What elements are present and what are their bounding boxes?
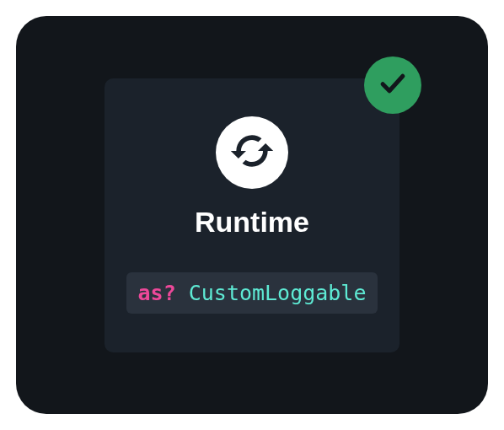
sync-icon [228, 127, 276, 178]
code-type: CustomLoggable [189, 281, 367, 305]
code-space [176, 281, 189, 305]
runtime-card: Runtime as? CustomLoggable [105, 78, 399, 352]
icon-circle [216, 116, 288, 189]
code-snippet: as? CustomLoggable [126, 272, 378, 314]
code-keyword: as? [138, 281, 176, 305]
success-badge [364, 56, 421, 114]
card-title: Runtime [195, 206, 309, 239]
checkmark-icon [377, 67, 409, 103]
outer-card: Runtime as? CustomLoggable [16, 16, 488, 414]
